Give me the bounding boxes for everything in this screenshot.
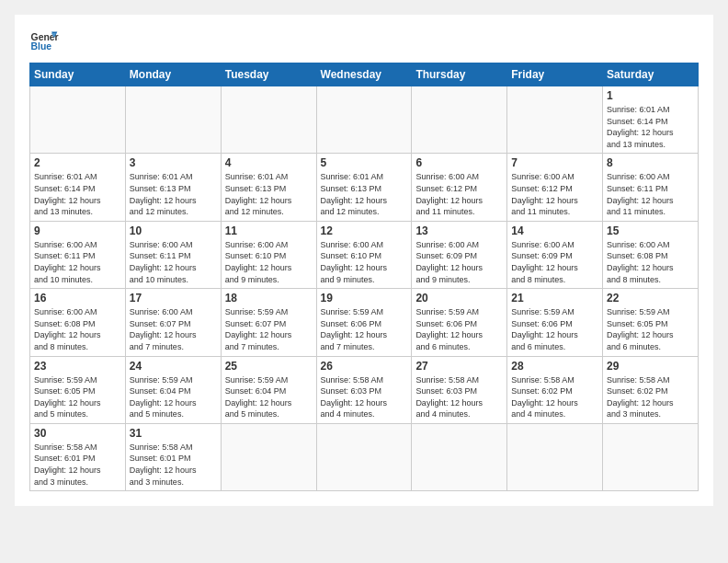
calendar-cell: [125, 86, 221, 154]
day-info: Sunrise: 5:59 AM Sunset: 6:04 PM Dayligh…: [225, 374, 313, 420]
day-number: 5: [321, 156, 408, 169]
day-number: 17: [130, 292, 217, 304]
logo: General Blue: [29, 26, 59, 55]
day-number: 20: [415, 292, 503, 304]
day-number: 30: [34, 427, 121, 440]
day-info: Sunrise: 6:00 AM Sunset: 6:10 PM Dayligh…: [321, 239, 408, 285]
svg-text:Blue: Blue: [31, 41, 52, 52]
calendar-cell: 2Sunrise: 6:01 AM Sunset: 6:14 PM Daylig…: [30, 154, 126, 221]
day-number: 1: [607, 89, 694, 102]
day-number: 14: [511, 224, 598, 237]
calendar-cell: 19Sunrise: 5:59 AM Sunset: 6:06 PM Dayli…: [316, 289, 412, 356]
day-info: Sunrise: 6:00 AM Sunset: 6:11 PM Dayligh…: [34, 239, 121, 285]
calendar-cell: [316, 86, 412, 154]
header: General Blue: [29, 26, 699, 55]
day-number: 2: [34, 156, 121, 169]
day-info: Sunrise: 5:58 AM Sunset: 6:01 PM Dayligh…: [34, 442, 121, 488]
calendar-cell: 23Sunrise: 5:59 AM Sunset: 6:05 PM Dayli…: [30, 356, 126, 423]
day-number: 15: [607, 224, 694, 237]
day-number: 21: [511, 292, 598, 304]
calendar-cell: 18Sunrise: 5:59 AM Sunset: 6:07 PM Dayli…: [221, 289, 316, 356]
calendar-cell: 6Sunrise: 6:00 AM Sunset: 6:12 PM Daylig…: [412, 154, 507, 221]
weekday-header-wednesday: Wednesday: [316, 63, 412, 86]
day-number: 10: [130, 224, 217, 237]
day-number: 25: [225, 360, 313, 373]
calendar-cell: 11Sunrise: 6:00 AM Sunset: 6:10 PM Dayli…: [221, 221, 316, 288]
day-number: 13: [415, 224, 503, 237]
day-info: Sunrise: 6:01 AM Sunset: 6:13 PM Dayligh…: [130, 171, 217, 217]
calendar-cell: 10Sunrise: 6:00 AM Sunset: 6:11 PM Dayli…: [125, 221, 221, 288]
calendar-week-6: 30Sunrise: 5:58 AM Sunset: 6:01 PM Dayli…: [30, 423, 699, 490]
calendar-cell: 31Sunrise: 5:58 AM Sunset: 6:01 PM Dayli…: [125, 423, 221, 490]
calendar-cell: 3Sunrise: 6:01 AM Sunset: 6:13 PM Daylig…: [125, 154, 221, 221]
weekday-header-tuesday: Tuesday: [221, 63, 316, 86]
day-number: 19: [321, 292, 408, 304]
day-info: Sunrise: 6:00 AM Sunset: 6:12 PM Dayligh…: [511, 171, 598, 217]
day-info: Sunrise: 5:58 AM Sunset: 6:03 PM Dayligh…: [321, 374, 408, 420]
calendar-week-5: 23Sunrise: 5:59 AM Sunset: 6:05 PM Dayli…: [30, 356, 699, 423]
day-info: Sunrise: 5:59 AM Sunset: 6:05 PM Dayligh…: [607, 306, 694, 352]
calendar-cell: [412, 86, 507, 154]
day-number: 7: [511, 156, 598, 169]
day-info: Sunrise: 6:01 AM Sunset: 6:13 PM Dayligh…: [225, 171, 313, 217]
day-number: 8: [607, 156, 694, 169]
calendar-cell: 1Sunrise: 6:01 AM Sunset: 6:14 PM Daylig…: [603, 86, 699, 154]
weekday-header-saturday: Saturday: [603, 63, 699, 86]
calendar-cell: 15Sunrise: 6:00 AM Sunset: 6:08 PM Dayli…: [603, 221, 699, 288]
day-number: 3: [130, 156, 217, 169]
day-info: Sunrise: 6:00 AM Sunset: 6:09 PM Dayligh…: [511, 239, 598, 285]
calendar-cell: 20Sunrise: 5:59 AM Sunset: 6:06 PM Dayli…: [412, 289, 507, 356]
calendar-cell: 27Sunrise: 5:58 AM Sunset: 6:03 PM Dayli…: [412, 356, 507, 423]
calendar-cell: 25Sunrise: 5:59 AM Sunset: 6:04 PM Dayli…: [221, 356, 316, 423]
day-number: 6: [415, 156, 503, 169]
day-number: 22: [607, 292, 694, 304]
day-number: 11: [225, 224, 313, 237]
day-number: 29: [607, 360, 694, 373]
calendar-cell: 8Sunrise: 6:00 AM Sunset: 6:11 PM Daylig…: [603, 154, 699, 221]
calendar-cell: 28Sunrise: 5:58 AM Sunset: 6:02 PM Dayli…: [507, 356, 603, 423]
calendar-cell: 12Sunrise: 6:00 AM Sunset: 6:10 PM Dayli…: [316, 221, 412, 288]
logo-icon: General Blue: [29, 26, 59, 55]
day-info: Sunrise: 6:00 AM Sunset: 6:09 PM Dayligh…: [415, 239, 503, 285]
day-number: 16: [34, 292, 121, 304]
day-number: 26: [321, 360, 408, 373]
day-number: 31: [130, 427, 217, 440]
weekday-header-sunday: Sunday: [30, 63, 126, 86]
day-info: Sunrise: 6:00 AM Sunset: 6:08 PM Dayligh…: [34, 306, 121, 352]
calendar-cell: [30, 86, 126, 154]
weekday-header-thursday: Thursday: [412, 63, 507, 86]
day-info: Sunrise: 5:59 AM Sunset: 6:06 PM Dayligh…: [511, 306, 598, 352]
calendar-table: SundayMondayTuesdayWednesdayThursdayFrid…: [29, 63, 699, 491]
day-number: 27: [415, 360, 503, 373]
day-info: Sunrise: 5:59 AM Sunset: 6:05 PM Dayligh…: [34, 374, 121, 420]
day-number: 12: [321, 224, 408, 237]
calendar-cell: [316, 423, 412, 490]
day-info: Sunrise: 5:58 AM Sunset: 6:01 PM Dayligh…: [130, 442, 217, 488]
day-info: Sunrise: 6:00 AM Sunset: 6:10 PM Dayligh…: [225, 239, 313, 285]
day-info: Sunrise: 5:58 AM Sunset: 6:02 PM Dayligh…: [511, 374, 598, 420]
calendar-week-2: 2Sunrise: 6:01 AM Sunset: 6:14 PM Daylig…: [30, 154, 699, 221]
calendar-cell: [221, 86, 316, 154]
calendar-cell: 17Sunrise: 6:00 AM Sunset: 6:07 PM Dayli…: [125, 289, 221, 356]
calendar-cell: 30Sunrise: 5:58 AM Sunset: 6:01 PM Dayli…: [30, 423, 126, 490]
day-number: 4: [225, 156, 313, 169]
day-number: 23: [34, 360, 121, 373]
calendar-cell: 14Sunrise: 6:00 AM Sunset: 6:09 PM Dayli…: [507, 221, 603, 288]
weekday-header-row: SundayMondayTuesdayWednesdayThursdayFrid…: [30, 63, 699, 86]
calendar-week-4: 16Sunrise: 6:00 AM Sunset: 6:08 PM Dayli…: [30, 289, 699, 356]
calendar-cell: 4Sunrise: 6:01 AM Sunset: 6:13 PM Daylig…: [221, 154, 316, 221]
day-info: Sunrise: 6:01 AM Sunset: 6:13 PM Dayligh…: [321, 171, 408, 217]
calendar-cell: 7Sunrise: 6:00 AM Sunset: 6:12 PM Daylig…: [507, 154, 603, 221]
calendar-cell: 24Sunrise: 5:59 AM Sunset: 6:04 PM Dayli…: [125, 356, 221, 423]
day-number: 24: [130, 360, 217, 373]
weekday-header-friday: Friday: [507, 63, 603, 86]
day-info: Sunrise: 6:00 AM Sunset: 6:11 PM Dayligh…: [130, 239, 217, 285]
day-number: 28: [511, 360, 598, 373]
day-info: Sunrise: 6:01 AM Sunset: 6:14 PM Dayligh…: [34, 171, 121, 217]
weekday-header-monday: Monday: [125, 63, 221, 86]
calendar-cell: 16Sunrise: 6:00 AM Sunset: 6:08 PM Dayli…: [30, 289, 126, 356]
day-info: Sunrise: 6:00 AM Sunset: 6:12 PM Dayligh…: [415, 171, 503, 217]
day-number: 9: [34, 224, 121, 237]
calendar-cell: [507, 86, 603, 154]
day-number: 18: [225, 292, 313, 304]
